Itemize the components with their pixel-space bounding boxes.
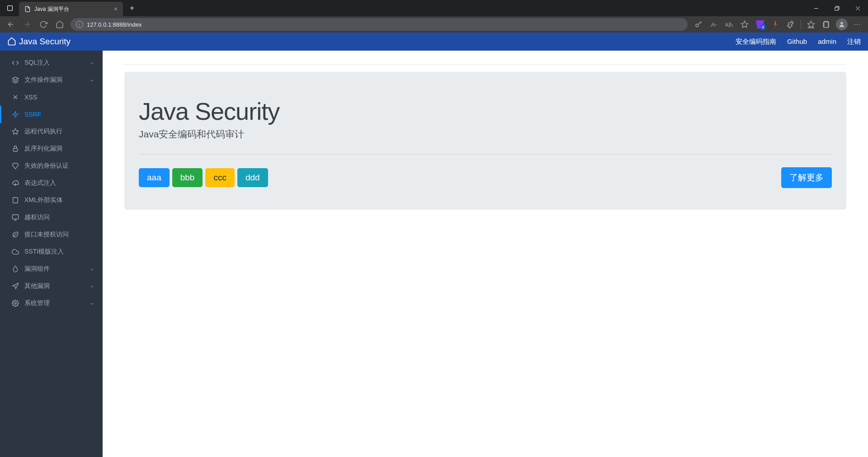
x-icon xyxy=(12,94,19,101)
favorite-icon[interactable] xyxy=(737,17,752,32)
page-title: Java Security xyxy=(139,97,832,125)
btn-bbb[interactable]: bbb xyxy=(172,168,203,187)
site-info-icon[interactable]: i xyxy=(76,21,83,28)
extension-purple-icon[interactable]: 4 xyxy=(753,17,767,32)
cloud-icon xyxy=(12,248,19,255)
app: Java Security 安全编码指南 Github admin 注销 SQL… xyxy=(0,33,868,457)
lock-icon xyxy=(12,145,19,152)
sidebar-item-label: 越权访问 xyxy=(24,213,94,221)
page-icon xyxy=(12,197,19,204)
svg-point-15 xyxy=(840,22,843,24)
sidebar-item-label: 漏洞组件 xyxy=(24,265,84,273)
sidebar-item-8[interactable]: XML外部实体 xyxy=(0,192,103,209)
sidebar-item-label: 失效的身份认证 xyxy=(24,162,94,170)
btn-ddd[interactable]: ddd xyxy=(237,168,268,187)
brand[interactable]: Java Security xyxy=(7,37,71,47)
diamond-icon xyxy=(12,162,19,170)
extension-badge: 4 xyxy=(760,24,765,30)
tab-title: Java 漏洞平台 xyxy=(34,5,110,13)
monitor-icon xyxy=(12,214,19,221)
app-header: Java Security 安全编码指南 Github admin 注销 xyxy=(0,33,868,51)
svg-marker-23 xyxy=(12,128,18,134)
svg-marker-10 xyxy=(741,21,748,28)
sidebar-item-3[interactable]: SSRF xyxy=(0,106,103,123)
extensions-icon[interactable] xyxy=(783,17,798,32)
tab-overview-button[interactable] xyxy=(4,2,16,14)
home-button[interactable] xyxy=(52,17,67,32)
sidebar-item-1[interactable]: 文件操作漏洞 xyxy=(0,71,103,89)
password-icon[interactable] xyxy=(691,17,706,32)
main: SQL注入文件操作漏洞XSSSSRF远程代码执行反序列化漏洞失效的身份认证表达式… xyxy=(0,51,868,457)
sidebar-item-2[interactable]: XSS xyxy=(0,89,103,106)
btn-ccc[interactable]: ccc xyxy=(205,168,235,187)
home-icon xyxy=(7,37,16,46)
sidebar-item-13[interactable]: 其他漏洞 xyxy=(0,278,103,295)
chevron-down-icon xyxy=(89,77,94,83)
favorites-bar-icon[interactable] xyxy=(804,17,818,32)
sidebar-item-0[interactable]: SQL注入 xyxy=(0,54,103,71)
svg-rect-24 xyxy=(13,148,17,151)
bolt-icon xyxy=(12,111,19,118)
svg-rect-26 xyxy=(12,215,18,219)
svg-point-18 xyxy=(859,24,860,25)
chevron-down-icon xyxy=(89,60,94,66)
location-icon xyxy=(12,283,19,290)
svg-rect-25 xyxy=(13,198,18,203)
browser-tab[interactable]: Java 漏洞平台 × xyxy=(19,2,123,16)
sidebar-item-label: 远程代码执行 xyxy=(24,127,94,136)
svg-rect-2 xyxy=(835,7,838,10)
extension-pin-icon[interactable] xyxy=(768,17,783,32)
chevron-down-icon xyxy=(89,266,94,272)
refresh-button[interactable] xyxy=(36,17,51,32)
chevron-down-icon xyxy=(89,301,94,306)
sidebar-item-label: 文件操作漏洞 xyxy=(24,76,84,84)
address-bar[interactable]: i 127.0.0.1:8888/index xyxy=(71,18,688,31)
translate-icon[interactable]: aあ xyxy=(722,17,736,32)
new-tab-button[interactable]: + xyxy=(126,2,138,14)
code-icon xyxy=(12,59,19,66)
sidebar-item-7[interactable]: 表达式注入 xyxy=(0,174,103,192)
forward-button[interactable] xyxy=(20,17,34,32)
close-tab-icon[interactable]: × xyxy=(114,5,118,13)
leaf-icon xyxy=(12,231,19,238)
sidebar-item-label: SSRF xyxy=(24,111,94,118)
profile-avatar[interactable] xyxy=(835,17,849,32)
sidebar-item-11[interactable]: SSTI模版注入 xyxy=(0,243,103,260)
nav-guide[interactable]: 安全编码指南 xyxy=(736,38,776,46)
tab-bar: Java 漏洞平台 × + xyxy=(0,0,868,16)
url-text: 127.0.0.1:8888/index xyxy=(87,21,142,28)
btn-aaa[interactable]: aaa xyxy=(139,168,170,187)
sidebar-item-label: 其他漏洞 xyxy=(24,282,84,290)
sidebar-item-14[interactable]: 系统管理 xyxy=(0,295,103,312)
svg-marker-22 xyxy=(13,111,18,117)
sidebar-item-4[interactable]: 远程代码执行 xyxy=(0,123,103,140)
browser-chrome: Java 漏洞平台 × + i xyxy=(0,0,868,33)
sidebar-item-label: XML外部实体 xyxy=(24,196,94,204)
svg-rect-0 xyxy=(8,6,13,11)
svg-marker-29 xyxy=(13,283,19,289)
minimize-button[interactable] xyxy=(806,1,826,15)
collections-icon[interactable] xyxy=(819,17,834,32)
sidebar-item-5[interactable]: 反序列化漏洞 xyxy=(0,140,103,157)
svg-point-17 xyxy=(857,24,858,25)
sidebar-item-9[interactable]: 越权访问 xyxy=(0,209,103,226)
brand-text: Java Security xyxy=(19,37,71,47)
read-aloud-icon[interactable]: A» xyxy=(707,17,721,32)
page-icon xyxy=(24,6,31,12)
more-menu-icon[interactable] xyxy=(850,17,864,32)
svg-marker-11 xyxy=(808,21,815,28)
nav-admin[interactable]: admin xyxy=(818,38,836,46)
learn-more-button[interactable]: 了解更多 xyxy=(781,167,832,188)
sidebar-item-label: 系统管理 xyxy=(24,299,84,307)
sidebar-item-6[interactable]: 失效的身份认证 xyxy=(0,157,103,174)
sidebar-item-10[interactable]: 接口未授权访问 xyxy=(0,226,103,243)
nav-github[interactable]: Github xyxy=(787,38,807,46)
content-divider xyxy=(124,64,846,65)
sidebar-item-12[interactable]: 漏洞组件 xyxy=(0,260,103,278)
close-window-button[interactable] xyxy=(847,1,868,15)
maximize-button[interactable] xyxy=(826,1,847,15)
svg-point-16 xyxy=(854,24,855,25)
nav-logout[interactable]: 注销 xyxy=(847,38,861,46)
toolbar-divider xyxy=(801,20,801,28)
back-button[interactable] xyxy=(4,17,18,32)
